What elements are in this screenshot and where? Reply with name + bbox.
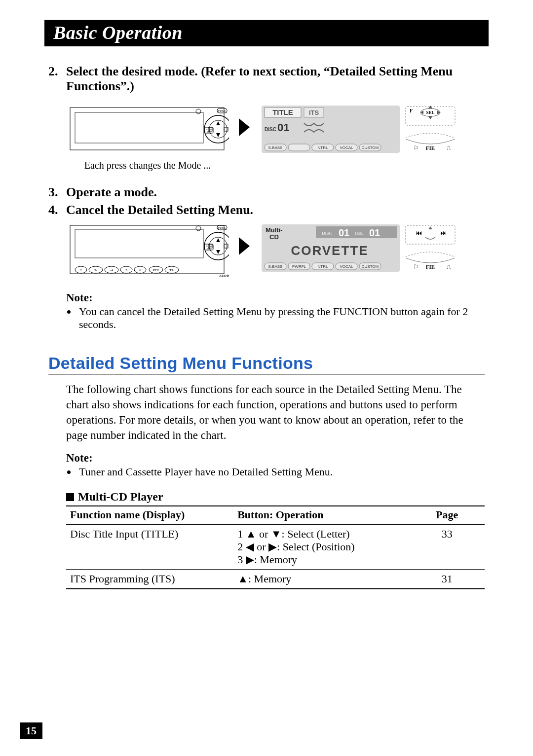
table-row: ITS Programming (ITS) ▲: Memory 31 [66, 570, 485, 588]
lcd1-sel-label: SEL [426, 110, 434, 115]
arrow-icon [239, 118, 250, 136]
step-3: 3. Operate a mode. [48, 185, 485, 200]
svg-text:⚐: ⚐ [414, 263, 419, 270]
lcd2-btn-sbass: S.BASS [268, 264, 283, 269]
table-subhead-label: Multi-CD Player [78, 490, 163, 504]
lcd2-btn-vocal: VOCAL [340, 264, 353, 269]
step-2: 2. Select the desired mode. (Refer to ne… [48, 64, 485, 94]
lcd2-btn-custom: CUSTOM [362, 264, 379, 269]
note-2: Note: Tuner and Cassette Player have no … [66, 452, 485, 478]
td-func-0: Disc Title Input (TITLE) [66, 525, 233, 569]
svg-text:•4: •4 [110, 268, 113, 272]
func-label-2: FUNC [218, 226, 226, 229]
th-button: Button: Operation [233, 506, 409, 524]
figure-radio-1: FUNC BAND ESC [66, 104, 229, 156]
page-number: 15 [20, 722, 42, 739]
section-header: Basic Operation [44, 20, 489, 46]
lcd1-btn-sbass: S.BASS [268, 145, 283, 150]
next-track-icon: ⏭ [440, 229, 447, 237]
td-func-1: ITS Programming (ITS) [66, 570, 233, 588]
svg-text:01: 01 [369, 227, 380, 238]
td-page-1: 31 [409, 570, 485, 588]
figure-row-1: FUNC BAND ESC TITLE ITS DISC01 [66, 104, 485, 156]
svg-text:2: 2 [80, 268, 82, 272]
arrow-icon-2 [239, 237, 250, 255]
figure-lcd-2: Multi- CD DISC 01 TRK 01 CORVETTE S.BASS… [260, 222, 457, 275]
svg-text:TRK: TRK [354, 231, 364, 236]
functions-table: Function name (Display) Button: Operatio… [66, 505, 485, 589]
svg-rect-18 [288, 144, 310, 151]
audio-label: AUDIO [219, 274, 229, 278]
lcd1-title: TITLE [272, 108, 293, 116]
lcd1-right-corner: ⎍ [447, 144, 451, 151]
svg-text:01: 01 [339, 227, 349, 238]
lcd1-btn-ntrl: NTRL [318, 145, 328, 150]
section-intro-text: The following chart shows functions for … [66, 382, 485, 443]
td-op-0: 1 ▲ or ▼: Select (Letter) 2 ◀ or ▶: Sele… [233, 525, 409, 569]
note-1-item: You can cancel the Detailed Setting Menu… [77, 305, 485, 331]
lcd1-btn-vocal: VOCAL [340, 145, 353, 150]
step-3-number: 3. [48, 185, 66, 200]
lcd1-f-label: F [410, 108, 413, 113]
svg-text:5: 5 [125, 268, 127, 272]
square-bullet-icon [66, 493, 74, 501]
step-4-text: Cancel the Detailed Setting Menu. [66, 203, 485, 217]
figure-row-2: FUNC BAND ESC 2 3• •4 5 6 PTY TA AUDIO [66, 222, 485, 280]
lcd1-its: ITS [309, 109, 319, 116]
lcd1-fie-label: FIE [426, 145, 435, 151]
lcd2-btn-ntrl: NTRL [318, 264, 328, 269]
note-1: Note: You can cancel the Detailed Settin… [66, 291, 485, 331]
td-page-0: 33 [409, 525, 485, 569]
figure-lcd-1: TITLE ITS DISC01 S.BASS NTRL VOCAL CUSTO… [260, 104, 457, 156]
esc-label: ESC [207, 131, 211, 133]
lcd2-multi: Multi- [266, 226, 283, 234]
section-title: Detailed Setting Menu Functions [48, 354, 485, 375]
note-2-title: Note: [66, 452, 485, 465]
note-2-item: Tuner and Cassette Player have no Detail… [77, 466, 485, 478]
svg-text:TA: TA [170, 268, 174, 272]
step-4-number: 4. [48, 203, 66, 217]
step-2-text: Select the desired mode. (Refer to next … [66, 64, 485, 94]
step-4: 4. Cancel the Detailed Setting Menu. [48, 203, 485, 217]
table-subhead: Multi-CD Player [66, 490, 485, 504]
td-op-1: ▲: Memory [233, 570, 409, 588]
lcd1-left-corner: ⚐ [414, 144, 419, 151]
step-3-text: Operate a mode. [66, 185, 485, 200]
svg-text:3•: 3• [94, 268, 98, 272]
svg-text:⎍: ⎍ [447, 263, 451, 270]
svg-text:DISC: DISC [322, 231, 332, 236]
lcd1-btn-custom: CUSTOM [362, 145, 379, 150]
prev-track-icon: ⏮ [416, 229, 422, 237]
table-row: Disc Title Input (TITLE) 1 ▲ or ▼: Selec… [66, 525, 485, 569]
step-2-number: 2. [48, 64, 66, 94]
lcd2-name: CORVETTE [291, 243, 368, 258]
func-label: FUNC [218, 109, 226, 112]
figure-1-caption: Each press changes the Mode ... [66, 160, 229, 171]
lcd2-btn-pwrfl: PWRFL [292, 264, 306, 269]
lcd2-fie-label: FIE [426, 264, 435, 270]
th-function: Function name (Display) [66, 506, 233, 524]
figure-radio-2: FUNC BAND ESC 2 3• •4 5 6 PTY TA AUDIO [66, 222, 229, 280]
note-1-title: Note: [66, 291, 485, 304]
svg-text:PTY: PTY [152, 268, 159, 272]
th-page: Page [409, 506, 485, 524]
svg-text:6: 6 [139, 268, 141, 272]
svg-rect-28 [66, 222, 229, 280]
svg-text:ESC: ESC [207, 248, 211, 250]
svg-text:CD: CD [269, 233, 279, 241]
